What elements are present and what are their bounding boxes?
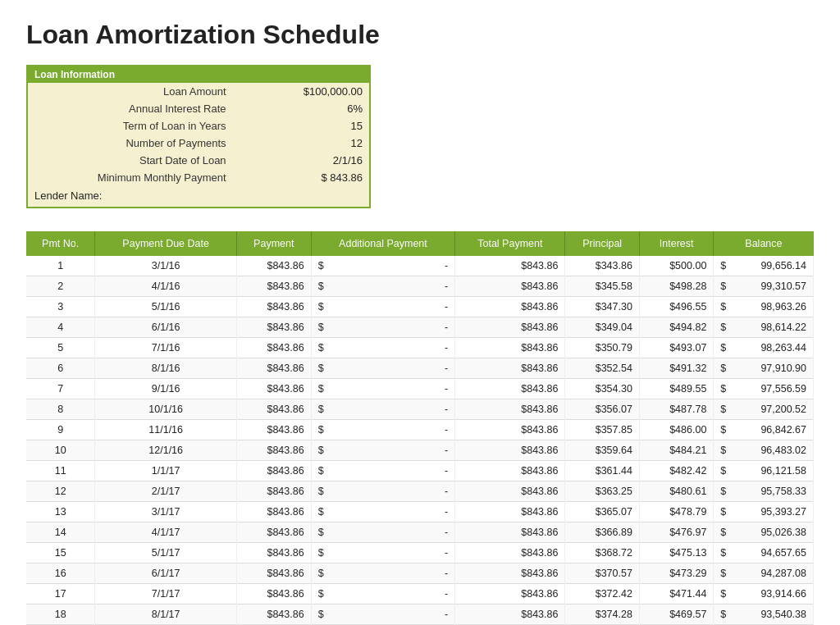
table-cell: 5/1/16 (95, 297, 237, 317)
additional-amount: - (445, 424, 448, 436)
table-cell: 5/1/17 (95, 543, 237, 563)
table-cell: $469.57 (639, 604, 713, 625)
table-cell: $843.86 (236, 461, 311, 481)
table-row: 68/1/16$843.86$-$843.86$352.54$491.32$97… (26, 358, 814, 379)
additional-dollar-sign: $ (318, 547, 324, 559)
balance-value: 93,540.38 (760, 609, 806, 620)
loan-info-header: Loan Information (28, 66, 369, 83)
additional-amount: - (445, 445, 448, 456)
table-row: 122/1/17$843.86$-$843.86$363.25$480.61$9… (26, 481, 814, 502)
table-cell: 4/1/16 (95, 276, 237, 297)
additional-amount: - (445, 609, 448, 620)
table-cell: $97,200.52 (714, 399, 814, 420)
table-header: Interest (639, 231, 713, 256)
table-row: 57/1/16$843.86$-$843.86$350.79$493.07$98… (26, 338, 814, 358)
table-cell: $843.86 (236, 543, 311, 563)
balance-value: 99,656.14 (760, 260, 806, 271)
table-cell: 8/1/17 (95, 604, 237, 625)
table-cell: $494.82 (639, 317, 713, 338)
table-cell: $97,910.90 (714, 358, 814, 379)
balance-value: 99,310.57 (760, 281, 806, 292)
additional-amount: - (445, 383, 448, 395)
table-cell: $486.00 (639, 420, 713, 440)
table-cell: 1 (26, 256, 95, 276)
table-cell: 7/1/16 (95, 338, 237, 358)
table-cell: $843.86 (236, 481, 311, 502)
balance-dollar-sign: $ (720, 609, 726, 620)
table-header: Total Payment (455, 231, 565, 256)
table-cell: $843.86 (236, 379, 311, 399)
table-cell: $843.86 (236, 317, 311, 338)
loan-field-value: 15 (233, 117, 369, 135)
additional-dollar-sign: $ (318, 486, 324, 497)
table-cell: $97,556.59 (714, 379, 814, 399)
additional-dollar-sign: $ (318, 260, 324, 271)
additional-amount: - (445, 342, 448, 354)
table-cell: $- (311, 543, 455, 563)
table-row: 810/1/16$843.86$-$843.86$356.07$487.78$9… (26, 399, 814, 420)
table-cell: $- (311, 338, 455, 358)
table-cell: $843.86 (236, 563, 311, 584)
table-row: 133/1/17$843.86$-$843.86$365.07$478.79$9… (26, 502, 814, 522)
table-cell: $374.28 (565, 604, 639, 625)
table-cell: $372.42 (565, 584, 639, 604)
loan-field-value: $100,000.00 (233, 83, 369, 100)
table-header: Payment (236, 231, 311, 256)
balance-dollar-sign: $ (720, 527, 726, 538)
table-cell: $843.86 (236, 256, 311, 276)
table-cell: $357.85 (565, 420, 639, 440)
table-cell: 12/1/16 (95, 440, 237, 461)
table-cell: 1/1/17 (95, 461, 237, 481)
table-cell: $843.86 (455, 420, 565, 440)
balance-dollar-sign: $ (720, 301, 726, 312)
balance-value: 94,657.65 (760, 547, 806, 559)
table-cell: $489.55 (639, 379, 713, 399)
table-cell: $359.64 (565, 440, 639, 461)
table-cell: 3/1/17 (95, 502, 237, 522)
table-cell: $843.86 (455, 358, 565, 379)
additional-dollar-sign: $ (318, 322, 324, 333)
table-cell: $- (311, 584, 455, 604)
additional-amount: - (445, 588, 448, 600)
table-cell: 17 (26, 584, 95, 604)
table-cell: $365.07 (565, 502, 639, 522)
additional-amount: - (445, 486, 448, 497)
table-cell: $98,614.22 (714, 317, 814, 338)
table-cell: 6 (26, 358, 95, 379)
balance-value: 97,200.52 (760, 404, 806, 415)
balance-dollar-sign: $ (720, 260, 726, 271)
table-cell: 6/1/17 (95, 563, 237, 584)
balance-dollar-sign: $ (720, 568, 726, 579)
amortization-table: Pmt No.Payment Due DatePaymentAdditional… (26, 231, 814, 625)
balance-dollar-sign: $ (720, 281, 726, 292)
balance-dollar-sign: $ (720, 424, 726, 436)
table-cell: $484.21 (639, 440, 713, 461)
additional-dollar-sign: $ (318, 588, 324, 600)
table-cell: 15 (26, 543, 95, 563)
table-cell: 2 (26, 276, 95, 297)
table-cell: $- (311, 317, 455, 338)
loan-field-value: $ 843.86 (233, 169, 369, 186)
table-cell: $843.86 (236, 338, 311, 358)
table-cell: $843.86 (236, 276, 311, 297)
table-row: 188/1/17$843.86$-$843.86$374.28$469.57$9… (26, 604, 814, 625)
balance-dollar-sign: $ (720, 383, 726, 395)
table-cell: $478.79 (639, 502, 713, 522)
table-cell: $843.86 (236, 502, 311, 522)
loan-info-table: Loan Amount$100,000.00Annual Interest Ra… (28, 83, 369, 186)
balance-value: 94,287.08 (760, 568, 806, 579)
table-cell: $843.86 (455, 604, 565, 625)
loan-field-label: Start Date of Loan (28, 152, 233, 169)
table-cell: $843.86 (455, 399, 565, 420)
lender-name-label: Lender Name: (28, 186, 369, 207)
table-cell: $843.86 (455, 543, 565, 563)
balance-dollar-sign: $ (720, 404, 726, 415)
table-cell: $- (311, 502, 455, 522)
balance-value: 95,393.27 (760, 506, 806, 518)
balance-value: 95,026.38 (760, 527, 806, 538)
table-row: 155/1/17$843.86$-$843.86$368.72$475.13$9… (26, 543, 814, 563)
table-row: 144/1/17$843.86$-$843.86$366.89$476.97$9… (26, 522, 814, 543)
table-row: 46/1/16$843.86$-$843.86$349.04$494.82$98… (26, 317, 814, 338)
table-cell: $- (311, 461, 455, 481)
table-cell: $- (311, 358, 455, 379)
